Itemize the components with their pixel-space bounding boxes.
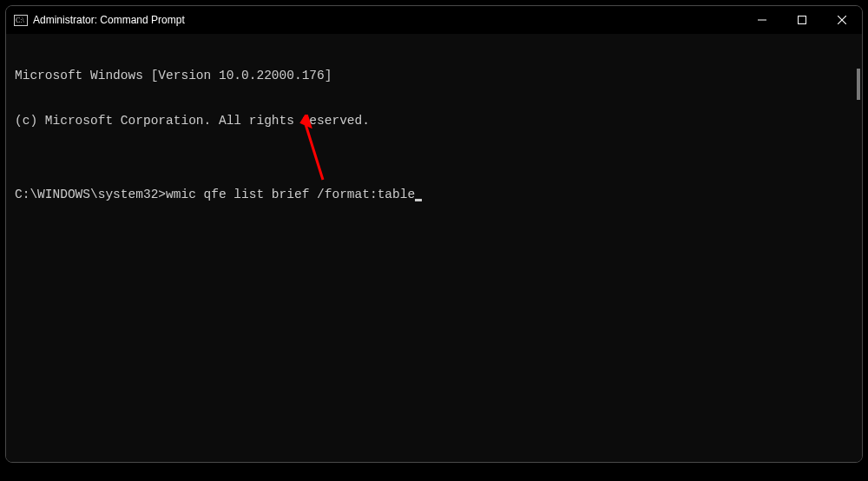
vertical-scrollbar[interactable]: [857, 69, 860, 100]
terminal-output[interactable]: Microsoft Windows [Version 10.0.22000.17…: [6, 34, 862, 462]
titlebar[interactable]: C:\ Administrator: Command Prompt: [6, 6, 862, 34]
cursor: [415, 199, 422, 201]
command-input[interactable]: wmic qfe list brief /format:table: [166, 188, 415, 202]
copyright-line: (c) Microsoft Corporation. All rights re…: [15, 114, 857, 128]
prompt-path: C:\WINDOWS\system32>: [15, 188, 166, 202]
version-line: Microsoft Windows [Version 10.0.22000.17…: [15, 69, 857, 83]
minimize-button[interactable]: [742, 6, 782, 34]
prompt-line: C:\WINDOWS\system32>wmic qfe list brief …: [15, 188, 857, 202]
close-button[interactable]: [822, 6, 862, 34]
svg-rect-3: [799, 16, 806, 24]
cmd-icon: C:\: [14, 15, 28, 26]
command-prompt-window: C:\ Administrator: Command Prompt Micros…: [5, 5, 863, 463]
window-controls: [742, 6, 862, 34]
window-title: Administrator: Command Prompt: [33, 14, 185, 26]
maximize-button[interactable]: [782, 6, 822, 34]
svg-text:C:\: C:\: [16, 16, 25, 24]
